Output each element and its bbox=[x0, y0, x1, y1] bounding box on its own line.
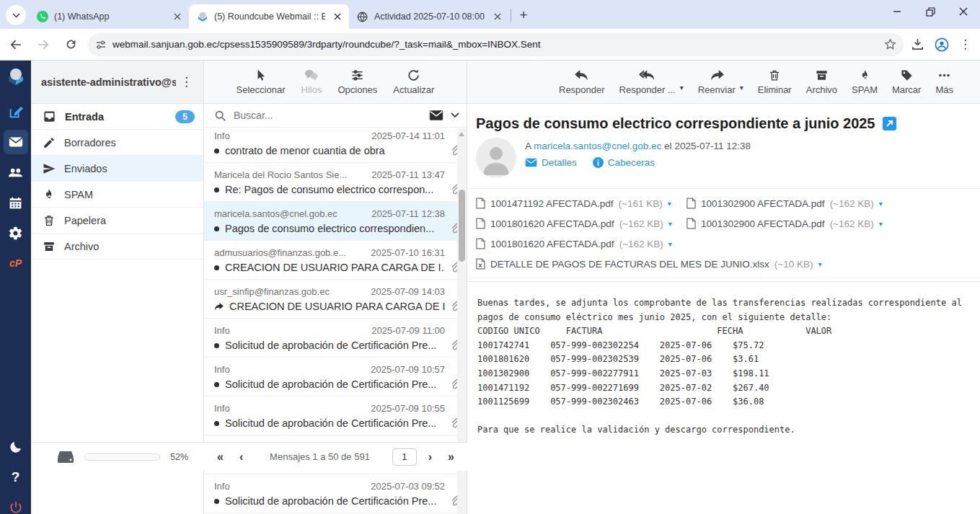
search-options-chevron-icon[interactable] bbox=[451, 112, 459, 118]
tab-title: (5) Roundcube Webmail :: Envia bbox=[214, 12, 325, 22]
message-row[interactable]: Info2025-07-14 11:01 contrato de menor c… bbox=[204, 128, 467, 163]
message-row[interactable]: admusuarios@finanzas.gob.e...2025-07-10 … bbox=[204, 241, 467, 280]
pencil-icon bbox=[43, 136, 56, 149]
scroll-up-icon[interactable] bbox=[459, 132, 464, 136]
page-number-input[interactable] bbox=[392, 448, 417, 466]
tab-close-icon[interactable] bbox=[331, 11, 343, 23]
reply-button[interactable]: Responder bbox=[559, 69, 605, 95]
message-row[interactable]: Info2025-07-09 11:00 Solicitud de aproba… bbox=[204, 319, 467, 358]
sidebar-item-papelera[interactable]: Papelera bbox=[31, 208, 203, 234]
dark-mode-moon-icon[interactable] bbox=[4, 435, 28, 459]
settings-nav-button[interactable] bbox=[4, 221, 28, 245]
select-button[interactable]: Seleccionar bbox=[237, 68, 286, 95]
help-icon[interactable]: ? bbox=[4, 465, 28, 489]
attachment-menu-caret-icon[interactable]: ▾ bbox=[879, 200, 883, 208]
message-row-selected[interactable]: maricela.santos@cnel.gob.ec2025-07-11 12… bbox=[204, 202, 467, 241]
attachment-menu-caret-icon[interactable]: ▾ bbox=[668, 220, 672, 228]
spam-button[interactable]: SPAM bbox=[852, 68, 878, 95]
attachment-menu-caret-icon[interactable]: ▾ bbox=[668, 240, 672, 248]
folder-label: Papelera bbox=[64, 215, 195, 226]
sidebar-item-archivo[interactable]: Archivo bbox=[31, 234, 203, 260]
forward-button[interactable]: Reenviar bbox=[698, 69, 736, 95]
reload-icon[interactable] bbox=[59, 33, 82, 56]
calendar-nav-button[interactable] bbox=[4, 190, 28, 215]
browser-tab-whatsapp[interactable]: (1) WhatsApp bbox=[29, 4, 189, 29]
sidebar-item-spam[interactable]: SPAM bbox=[31, 182, 203, 208]
more-button[interactable]: Más bbox=[935, 68, 953, 95]
scrollbar-thumb[interactable] bbox=[459, 190, 465, 262]
attachment-item[interactable]: 1001302900 AFECTADA.pdf (~162 KB) ▾ bbox=[687, 213, 897, 234]
attachment-menu-caret-icon[interactable]: ▾ bbox=[668, 200, 671, 208]
browser-tab-actividad[interactable]: Actividad 2025-07-10 08:00:00 bbox=[349, 4, 509, 29]
mail-nav-button[interactable] bbox=[4, 130, 28, 154]
address-bar[interactable]: webmail.sanjuan.gob.ec/cpsess1535909589/… bbox=[88, 33, 904, 56]
next-page-button[interactable]: › bbox=[424, 451, 436, 464]
delete-button[interactable]: Eliminar bbox=[758, 68, 792, 95]
search-input[interactable] bbox=[234, 110, 422, 121]
chrome-action-icons: ⋮ bbox=[911, 37, 971, 52]
options-button[interactable]: Opciones bbox=[337, 68, 377, 95]
account-menu-kebab-icon[interactable]: ⋮ bbox=[176, 74, 198, 89]
bookmark-star-icon[interactable] bbox=[884, 38, 896, 50]
attachment-menu-caret-icon[interactable]: ▾ bbox=[879, 220, 883, 228]
details-toggle[interactable]: Detalles bbox=[525, 157, 577, 168]
site-settings-icon[interactable] bbox=[95, 39, 107, 50]
browser-tab-roundcube[interactable]: (5) Roundcube Webmail :: Envia bbox=[189, 4, 349, 29]
pdf-file-icon bbox=[687, 198, 696, 209]
attachment-item[interactable]: 1001801620 AFECTADA.pdf (~162 KB) ▾ bbox=[476, 213, 687, 234]
forward-menu-caret-icon[interactable]: ▾ bbox=[740, 84, 743, 92]
sidebar-item-entrada[interactable]: Entrada 5 bbox=[31, 104, 203, 130]
window-close-button[interactable] bbox=[947, 0, 980, 23]
message-row[interactable]: usr_sinfip@finanzas.gob.ec2025-07-09 14:… bbox=[204, 280, 467, 319]
attachment-item[interactable]: 1001801620 AFECTADA.pdf (~162 KB) ▾ bbox=[476, 234, 687, 254]
reply-all-menu-caret-icon[interactable]: ▾ bbox=[680, 84, 684, 92]
contacts-nav-button[interactable] bbox=[4, 160, 28, 185]
tab-close-icon[interactable] bbox=[171, 11, 183, 23]
open-in-new-window-icon[interactable] bbox=[883, 117, 896, 130]
tab-divider bbox=[511, 9, 511, 22]
headers-toggle[interactable]: Cabeceras bbox=[593, 157, 655, 168]
message-row[interactable]: Info2025-07-09 10:55 Solicitud de aproba… bbox=[204, 396, 467, 435]
storage-percent: 52% bbox=[170, 452, 188, 462]
recipient-email-link[interactable]: maricela.santos@cnel.gob.ec bbox=[534, 141, 661, 151]
logout-power-icon[interactable] bbox=[4, 495, 28, 514]
compose-button[interactable] bbox=[4, 99, 28, 124]
window-minimize-button[interactable] bbox=[880, 0, 914, 23]
back-icon[interactable] bbox=[4, 33, 27, 56]
reply-all-button[interactable]: Responder ... bbox=[619, 69, 676, 95]
folder-label: Archivo bbox=[64, 241, 195, 252]
sidebar-item-enviados[interactable]: Enviados bbox=[31, 156, 203, 182]
message-row[interactable]: Maricela del Rocio Santos Sie...2025-07-… bbox=[204, 163, 467, 202]
archive-button[interactable]: Archivo bbox=[806, 68, 837, 95]
message-row[interactable]: Info2025-07-09 10:57 Solicitud de aproba… bbox=[204, 358, 467, 396]
roundcube-logo-icon bbox=[6, 66, 26, 87]
attachment-menu-caret-icon[interactable]: ▾ bbox=[818, 260, 821, 268]
new-tab-button[interactable]: + bbox=[514, 6, 533, 25]
search-scope-mail-icon[interactable] bbox=[429, 110, 443, 121]
unread-dot-icon bbox=[214, 421, 219, 426]
last-page-button[interactable]: » bbox=[443, 451, 459, 464]
refresh-button[interactable]: Actualizar bbox=[393, 68, 434, 95]
search-icon bbox=[214, 110, 226, 122]
sidebar-item-borradores[interactable]: Borradores bbox=[31, 130, 203, 156]
attachment-item[interactable]: DETALLE DE PAGOS DE FACTURAS DEL MES DE … bbox=[476, 254, 822, 274]
unread-dot-icon bbox=[214, 343, 219, 348]
profile-avatar-icon[interactable] bbox=[935, 37, 949, 52]
cpanel-icon[interactable]: cP bbox=[4, 251, 28, 275]
url-text[interactable]: webmail.sanjuan.gob.ec/cpsess1535909589/… bbox=[112, 39, 884, 50]
browser-menu-kebab-icon[interactable]: ⋮ bbox=[959, 37, 971, 52]
mark-tag-button[interactable]: Marcar bbox=[892, 68, 921, 95]
tab-close-icon[interactable] bbox=[491, 11, 503, 23]
forward-icon[interactable] bbox=[32, 33, 55, 56]
window-restore-button[interactable] bbox=[914, 0, 947, 23]
folder-label: Borradores bbox=[64, 137, 195, 149]
attachment-item[interactable]: 1001471192 AFECTADA.pdf (~161 KB) ▾ bbox=[476, 193, 687, 213]
first-page-button[interactable]: « bbox=[213, 451, 228, 464]
forwarded-arrow-icon bbox=[214, 303, 224, 311]
message-row[interactable]: Info2025-07-03 09:52 Solicitud de aproba… bbox=[204, 474, 467, 513]
attachment-item[interactable]: 1001302900 AFECTADA.pdf (~162 KB) ▾ bbox=[687, 193, 897, 213]
downloads-icon[interactable] bbox=[911, 37, 924, 51]
tab-search-chevron-icon[interactable] bbox=[6, 5, 26, 25]
prev-page-button[interactable]: ‹ bbox=[235, 451, 247, 464]
threads-button[interactable]: Hilos bbox=[301, 68, 322, 95]
